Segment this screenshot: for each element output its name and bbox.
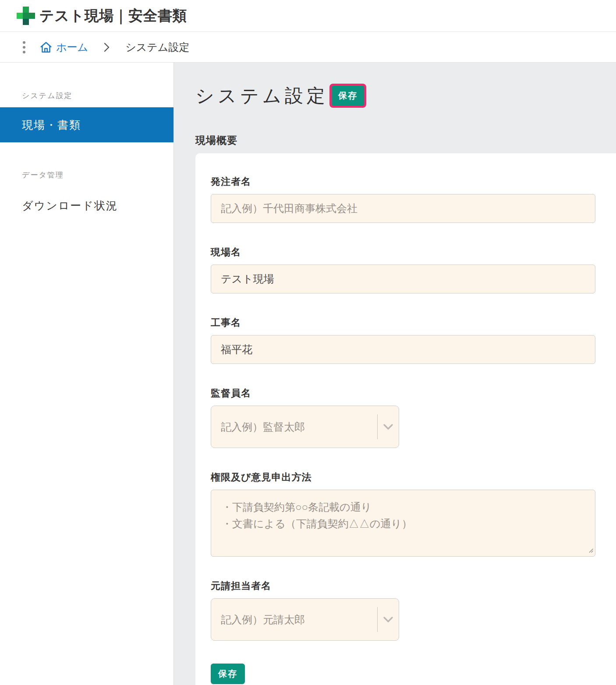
breadcrumb-home-link[interactable]: ホーム	[39, 40, 88, 54]
orderer-input[interactable]	[211, 194, 595, 223]
save-button-highlight: 保存	[329, 84, 366, 108]
sidebar-section-heading-data: データ管理	[22, 170, 173, 180]
chevron-right-icon	[104, 42, 110, 52]
contact-combobox[interactable]	[211, 598, 399, 641]
app-header: テスト現場｜安全書類	[0, 0, 616, 32]
home-icon	[39, 41, 53, 54]
supervisor-combobox[interactable]	[211, 406, 399, 448]
save-button-top[interactable]: 保存	[332, 86, 364, 106]
field-contact: 元請担当者名	[211, 579, 605, 641]
field-supervisor: 監督員名	[211, 387, 605, 448]
sidebar-section-heading-system: システム設定	[22, 91, 173, 101]
contact-label: 元請担当者名	[211, 579, 605, 593]
chevron-down-icon[interactable]	[378, 424, 399, 430]
construction-name-input[interactable]	[211, 335, 595, 364]
app-title: テスト現場｜安全書類	[39, 6, 187, 26]
breadcrumb-current: システム設定	[125, 40, 189, 54]
supervisor-input[interactable]	[211, 420, 377, 434]
supervisor-label: 監督員名	[211, 387, 605, 400]
green-cross-icon	[17, 7, 35, 25]
section-heading-genba-gaiyo: 現場概要	[195, 134, 616, 147]
kebab-menu-icon[interactable]	[23, 41, 25, 53]
construction-name-label: 工事名	[211, 316, 605, 329]
breadcrumb-home-label: ホーム	[56, 40, 88, 54]
authority-textarea[interactable]: ・下請負契約第○○条記載の通り ・文書による（下請負契約△△の通り）	[211, 490, 595, 557]
site-overview-card: 発注者名 現場名 工事名 監督員名	[195, 153, 616, 685]
field-construction-name: 工事名	[211, 316, 605, 364]
orderer-label: 発注者名	[211, 175, 605, 188]
field-site-name: 現場名	[211, 246, 605, 293]
save-button-bottom[interactable]: 保存	[211, 664, 245, 684]
authority-placeholder: ・下請負契約第○○条記載の通り ・文書による（下請負契約△△の通り）	[222, 499, 584, 532]
chevron-down-icon[interactable]	[378, 617, 399, 622]
site-name-label: 現場名	[211, 246, 605, 259]
field-authority: 権限及び意見申出方法 ・下請負契約第○○条記載の通り ・文書による（下請負契約△…	[211, 471, 605, 557]
contact-input[interactable]	[211, 613, 377, 626]
authority-label: 権限及び意見申出方法	[211, 471, 605, 484]
resize-handle-icon[interactable]	[588, 547, 594, 555]
page-title: システム設定	[195, 84, 329, 108]
breadcrumb: ホーム システム設定	[0, 32, 616, 63]
sidebar-item-download-status[interactable]: ダウンロード状況	[22, 198, 173, 213]
sidebar-item-genba-shorui[interactable]: 現場・書類	[0, 107, 173, 142]
main-content: システム設定 保存 現場概要 発注者名 現場名 工事名 監督員名	[174, 63, 616, 685]
sidebar: システム設定 現場・書類 データ管理 ダウンロード状況	[0, 63, 174, 685]
site-name-input[interactable]	[211, 265, 595, 293]
field-orderer: 発注者名	[211, 175, 605, 223]
